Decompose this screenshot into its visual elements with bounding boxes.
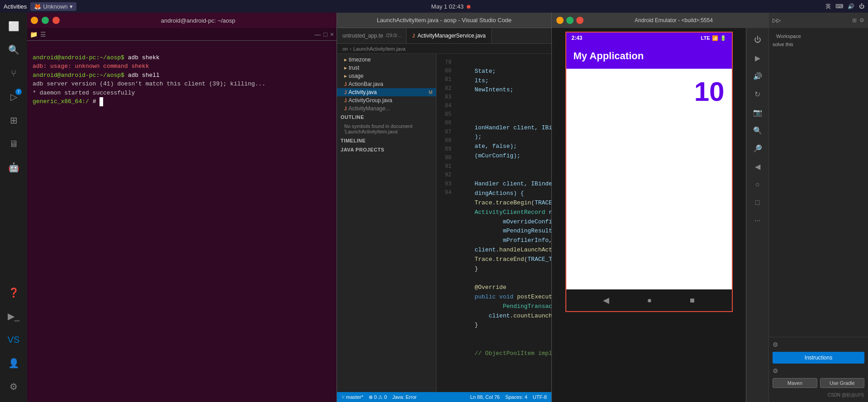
folder-icon: ▸ <box>344 65 347 71</box>
file-tree-item-activity[interactable]: J Activity.java M <box>337 88 436 96</box>
file-tree-item-timezone[interactable]: ▸ timezone <box>337 56 436 64</box>
sidebar-item-git[interactable]: ⑂ <box>3 62 24 84</box>
java-icon: J <box>344 90 347 95</box>
lang-indicator[interactable]: 英 <box>825 3 831 10</box>
gradle-button[interactable]: Use Gradle <box>820 378 865 388</box>
app-indicator[interactable]: 🦊 Unknown ▾ <box>30 2 76 11</box>
line-numbers: 79808182838485868788899091929394 <box>436 57 457 388</box>
phone-statusbar-right: LTE 📶 🔋 <box>701 35 726 41</box>
datetime: May 1 02:43 <box>431 3 464 10</box>
settings-icon: ⚙ <box>9 381 18 392</box>
phone-app-title: My Application <box>574 50 644 62</box>
emu-screenshot-button[interactable]: 📷 <box>749 104 766 120</box>
play-icon[interactable]: ▷▷ <box>773 17 781 24</box>
bottom-settings-icon[interactable]: ⚙ <box>773 367 778 374</box>
vscode-icon: VS <box>8 335 20 345</box>
split-icon[interactable]: ⊞ <box>852 17 857 24</box>
activities-button[interactable]: Activities <box>4 3 27 10</box>
terminal-title: android@android-pc: ~/aosp <box>63 17 333 24</box>
emu-volume-up-button[interactable]: ▶ <box>749 50 766 66</box>
android-icon: 🤖 <box>8 162 19 173</box>
emulator-win-btns: − □ × <box>556 17 583 24</box>
sound-icon[interactable]: 🔊 <box>848 3 854 9</box>
profile-icon: 👤 <box>8 358 19 369</box>
search-icon: 🔍 <box>8 44 19 55</box>
code-lines[interactable]: State; lts; NewIntents; ionHandler clien… <box>457 57 551 388</box>
emu-zoom-in-button[interactable]: 🔍 <box>749 122 766 138</box>
phone-statusbar: 2:43 LTE 📶 🔋 <box>566 33 732 43</box>
sidebar-item-profile[interactable]: 👤 <box>3 352 24 374</box>
csdn-text: CSDN @职业UI弓 <box>773 392 864 398</box>
help-icon: ❓ <box>8 287 19 298</box>
emulator-controls: ⏻ ▶ 🔊 ↻ 📷 🔍 🔎 ◀ ○ □ ··· <box>746 28 768 402</box>
sidebar-item-settings[interactable]: ⚙ <box>3 376 24 397</box>
terminal-titlebar: − + × android@android-pc: ~/aosp <box>27 13 337 28</box>
phone-screen[interactable]: 2:43 LTE 📶 🔋 My Application 10 <box>565 32 733 312</box>
signal-icon: 📶 <box>712 35 718 41</box>
folder-icon: ▸ <box>344 73 347 79</box>
sidebar-item-remote[interactable]: 🖥 <box>3 133 24 155</box>
maximize-button[interactable]: + <box>42 17 49 24</box>
terminal-panel: − + × android@android-pc: ~/aosp 📁 ☰ — □… <box>27 13 337 402</box>
emu-volume-down-button[interactable]: 🔊 <box>749 68 766 84</box>
file-tree-item-activitymanager[interactable]: J ActivityManage... <box>337 104 436 113</box>
recents-nav-button[interactable]: ■ <box>690 296 695 305</box>
extensions-icon: ⊞ <box>10 115 18 126</box>
record-dot <box>467 5 470 9</box>
terminal-maximize-icon[interactable]: □ <box>323 31 327 38</box>
sidebar-item-debug[interactable]: ▷ 7 <box>3 86 24 108</box>
sidebar-item-help[interactable]: ❓ <box>3 282 24 303</box>
tab-activity-manager[interactable]: J ActivityManagerService.java <box>407 28 491 43</box>
sidebar-item-search[interactable]: 🔍 <box>3 39 24 61</box>
close-button[interactable]: × <box>52 17 60 24</box>
back-nav-button[interactable]: ◀ <box>603 295 609 305</box>
emu-close-button[interactable]: × <box>576 17 583 24</box>
encoding: UTF-8 <box>533 394 547 400</box>
panel-settings-icon[interactable]: ⚙ <box>859 17 864 24</box>
instructions-settings-icon[interactable]: ⚙ <box>773 341 778 348</box>
emu-minimize-button[interactable]: − <box>556 17 564 24</box>
power-icon[interactable]: ⏻ <box>859 3 864 9</box>
keyboard-icon[interactable]: ⌨ <box>835 3 843 9</box>
file-tree-item-actionbar[interactable]: J ActionBar.java <box>337 80 436 88</box>
terminal-content[interactable]: android@android-pc:~/aosp$ adb shekk adb… <box>27 41 337 402</box>
minimize-button[interactable]: − <box>31 17 38 24</box>
file-tree-item-trust[interactable]: ▸ trust <box>337 64 436 72</box>
emu-maximize-button[interactable]: □ <box>566 17 574 24</box>
right-panel-toolbar: ▷▷ ⊞ ⚙ <box>769 13 868 28</box>
emu-square-button[interactable]: □ <box>749 194 766 211</box>
emu-home-button[interactable]: ○ <box>749 176 766 193</box>
file-tree-item-usage[interactable]: ▸ usage <box>337 72 436 80</box>
java-icon: J <box>344 82 347 87</box>
top-bar-right: 英 ⌨ 🔊 ⏻ <box>825 3 864 10</box>
phone-appbar: My Application <box>566 43 732 69</box>
sidebar-item-terminal[interactable]: ▶_ <box>3 305 24 327</box>
emu-zoom-out-button[interactable]: 🔎 <box>749 140 766 156</box>
timeline-section: TIMELINE <box>337 136 436 145</box>
home-nav-button[interactable]: ● <box>647 296 652 305</box>
sidebar-item-explorer[interactable]: ⬜ <box>3 15 24 37</box>
sidebar-item-extensions[interactable]: ⊞ <box>3 109 24 131</box>
debug-badge: 7 <box>15 89 22 95</box>
file-tree-item-activitygroup[interactable]: J ActivityGroup.java <box>337 96 436 104</box>
sidebar-item-vscode[interactable]: VS <box>3 329 24 350</box>
emu-more-button[interactable]: ··· <box>749 213 766 229</box>
terminal-minimize-icon[interactable]: — <box>314 31 321 38</box>
code-editor[interactable]: 79808182838485868788899091929394 State; … <box>436 54 551 392</box>
terminal-menu-icon[interactable]: ☰ <box>40 31 46 38</box>
maven-button[interactable]: Maven <box>773 378 817 388</box>
emu-power-button[interactable]: ⏻ <box>749 32 766 48</box>
sidebar-item-android[interactable]: 🤖 <box>3 156 24 178</box>
activity-bar: ⬜ 🔍 ⑂ ▷ 7 ⊞ 🖥 🤖 ❓ ▶_ VS <box>0 13 27 402</box>
java-projects-section: JAVA PROJECTS <box>337 145 436 154</box>
files-icon: ⬜ <box>8 21 19 32</box>
tab-untrusted[interactable]: untrusted_app.te /29.0/... <box>337 28 407 43</box>
instructions-button[interactable]: Instructions <box>773 352 864 364</box>
firefox-icon: 🦊 <box>34 3 41 10</box>
terminal-close-icon[interactable]: × <box>330 31 334 38</box>
emu-rotate-button[interactable]: ↻ <box>749 86 766 102</box>
emu-back-button[interactable]: ◀ <box>749 158 766 175</box>
phone-content: 10 <box>566 69 732 289</box>
breadcrumb-file: LaunchActivityItem.java <box>353 46 406 52</box>
git-icon: ⑂ <box>11 68 16 79</box>
